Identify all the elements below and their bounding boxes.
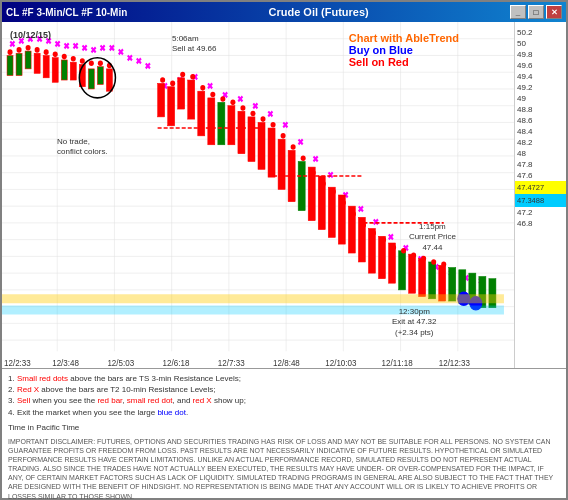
- svg-text:×: ×: [55, 38, 60, 49]
- svg-point-152: [441, 261, 446, 267]
- svg-text:12/12:33: 12/12:33: [439, 357, 471, 368]
- svg-text:12/7:33: 12/7:33: [218, 357, 245, 368]
- note3-small-dot: small red dot: [127, 396, 173, 405]
- svg-rect-100: [378, 236, 385, 278]
- svg-point-133: [250, 111, 255, 117]
- svg-rect-105: [429, 262, 436, 299]
- svg-point-151: [431, 259, 436, 265]
- y-label: 50.2: [515, 27, 566, 38]
- y-label-highlight1: 47.4727: [515, 181, 566, 194]
- svg-rect-77: [106, 69, 112, 91]
- svg-point-125: [170, 81, 175, 87]
- chart-svg: × × × × × × × × × × × × × × ×: [2, 22, 514, 368]
- y-label: 48.6: [515, 115, 566, 126]
- y-label: 47.6: [515, 170, 566, 181]
- svg-text:12/8:48: 12/8:48: [273, 357, 300, 368]
- svg-point-124: [160, 77, 165, 83]
- svg-point-117: [53, 52, 58, 58]
- title-bar: CL #F 3-Min/CL #F 10-Min Crude Oil (Futu…: [2, 2, 566, 22]
- chart-area: × × × × × × × × × × × × × × ×: [2, 22, 566, 368]
- note-item-1: 1. Small red dots above the bars are TS …: [8, 373, 560, 384]
- svg-point-112: [8, 49, 13, 55]
- note2-red: Red X: [17, 385, 39, 394]
- svg-text:12/10:03: 12/10:03: [325, 357, 357, 368]
- y-axis-right: 50.2 50 49.8 49.6 49.4 49.2 49 48.8 48.6…: [514, 22, 566, 368]
- svg-point-139: [311, 170, 316, 176]
- svg-rect-84: [218, 102, 225, 144]
- svg-rect-87: [248, 117, 255, 162]
- svg-text:×: ×: [298, 136, 303, 147]
- note-item-3: 3. Sell when you see the red bar, small …: [8, 395, 560, 406]
- y-label: 47.2: [515, 207, 566, 218]
- svg-point-150: [421, 256, 426, 262]
- svg-text:12/11:18: 12/11:18: [381, 357, 413, 368]
- svg-text:×: ×: [328, 170, 333, 181]
- y-label: 49.2: [515, 82, 566, 93]
- y-label: 48.2: [515, 137, 566, 148]
- svg-point-137: [291, 144, 296, 150]
- svg-point-118: [62, 54, 67, 60]
- svg-text:×: ×: [238, 94, 243, 105]
- svg-text:×: ×: [389, 231, 394, 242]
- y-label: 49: [515, 93, 566, 104]
- svg-rect-111: [489, 279, 496, 308]
- svg-rect-75: [88, 69, 94, 89]
- svg-point-141: [331, 189, 336, 195]
- note3-sell: Sell: [17, 396, 30, 405]
- minimize-button[interactable]: _: [510, 5, 526, 19]
- svg-rect-82: [198, 91, 205, 136]
- close-button[interactable]: ✕: [546, 5, 562, 19]
- svg-point-132: [240, 105, 245, 111]
- svg-point-115: [35, 47, 40, 53]
- svg-rect-85: [228, 106, 235, 145]
- svg-text:×: ×: [208, 81, 213, 92]
- svg-text:×: ×: [37, 34, 42, 45]
- svg-point-136: [281, 133, 286, 139]
- svg-rect-69: [34, 53, 40, 73]
- svg-rect-79: [168, 87, 175, 126]
- window-controls: _ □ ✕: [510, 5, 562, 19]
- note3-red-bar: red bar: [97, 396, 122, 405]
- svg-rect-78: [158, 83, 165, 116]
- svg-rect-66: [7, 55, 13, 75]
- svg-point-142: [341, 200, 346, 206]
- svg-text:×: ×: [100, 43, 105, 54]
- svg-point-145: [371, 230, 376, 236]
- svg-rect-103: [409, 254, 416, 293]
- svg-rect-0: [2, 22, 514, 368]
- svg-text:×: ×: [82, 43, 87, 54]
- content-area: × × × × × × × × × × × × × × ×: [2, 22, 566, 498]
- svg-rect-89: [268, 128, 275, 177]
- svg-rect-76: [97, 67, 103, 85]
- note-item-2: 2. Red X above the bars are T2 10-min Re…: [8, 384, 560, 395]
- y-label: 48: [515, 148, 566, 159]
- y-label: 48.4: [515, 126, 566, 137]
- svg-point-135: [271, 122, 276, 128]
- y-label: 48.8: [515, 104, 566, 115]
- title-center: Crude Oil (Futures): [127, 6, 510, 18]
- main-window: CL #F 3-Min/CL #F 10-Min Crude Oil (Futu…: [0, 0, 568, 500]
- svg-text:×: ×: [146, 60, 151, 71]
- chart-notes: 1. Small red dots above the bars are TS …: [8, 373, 560, 433]
- svg-point-131: [230, 100, 235, 106]
- svg-point-138: [301, 155, 306, 161]
- svg-point-127: [190, 74, 195, 80]
- svg-text:×: ×: [373, 217, 378, 228]
- svg-text:×: ×: [283, 120, 288, 131]
- svg-text:×: ×: [109, 43, 114, 54]
- maximize-button[interactable]: □: [528, 5, 544, 19]
- svg-text:×: ×: [46, 36, 51, 47]
- svg-text:×: ×: [19, 36, 24, 47]
- time-note: Time in Pacific Time: [8, 422, 560, 433]
- note3-red-x: red X: [193, 396, 212, 405]
- svg-point-114: [26, 45, 31, 51]
- bottom-panel: 1. Small red dots above the bars are TS …: [2, 368, 566, 498]
- note1-red: Small red dots: [17, 374, 68, 383]
- svg-point-121: [89, 61, 94, 67]
- svg-point-116: [44, 49, 49, 55]
- y-label: 46.8: [515, 218, 566, 229]
- svg-rect-90: [278, 139, 285, 189]
- svg-text:×: ×: [137, 56, 142, 67]
- svg-point-119: [71, 56, 76, 62]
- note4-blue: blue dot: [157, 408, 185, 417]
